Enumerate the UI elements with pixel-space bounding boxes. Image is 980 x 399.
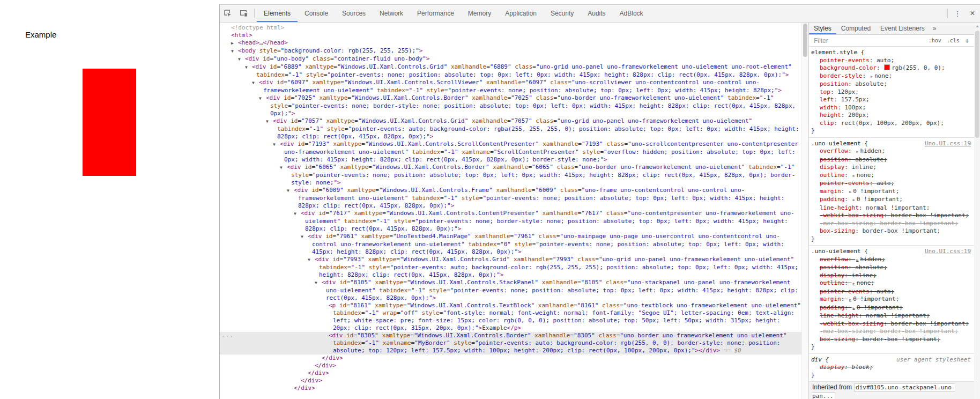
css-property-row[interactable]: box-sizing: border-box !important;	[811, 227, 971, 235]
tree-node[interactable]: </div>	[220, 385, 801, 392]
elements-scrollbar[interactable]	[801, 23, 808, 399]
expand-shorthand-icon[interactable]: ▶	[852, 282, 857, 286]
expand-arrow-icon[interactable]: ▼	[287, 187, 294, 195]
kebab-menu-icon[interactable]: ⋮	[950, 5, 965, 22]
sidebar-tab-computed[interactable]: Computed	[836, 23, 875, 34]
expand-arrow-icon[interactable]: ▼	[238, 56, 245, 63]
tree-node[interactable]: ...<div id="8305" xamltype="Windows.UI.X…	[220, 332, 801, 354]
css-property-row[interactable]: pointer-events: auto;	[811, 288, 971, 296]
expand-shorthand-icon[interactable]: ▶	[852, 174, 857, 178]
css-property-row[interactable]: clip: rect(0px, 100px, 200px, 0px);	[811, 120, 971, 128]
tree-node[interactable]: <html>	[220, 32, 801, 39]
stylesheet-link[interactable]: Uno.UI.css:19	[925, 248, 971, 256]
css-property-row[interactable]: line-height: normal !important;	[811, 312, 971, 320]
sidebar-tab-styles[interactable]: Styles	[809, 23, 836, 34]
css-property-row[interactable]: margin: ▶0 !important;	[811, 188, 971, 196]
css-property-row[interactable]: display: block;	[811, 364, 971, 372]
css-property-row[interactable]: -moz-box-sizing: border-box !important;	[811, 328, 971, 336]
css-property-row[interactable]: height: 200px;	[811, 112, 971, 120]
css-selector-row[interactable]: element.style {	[811, 49, 971, 57]
tree-node[interactable]: ▼<div id="7961" xamltype="UnoTestbed4.Ma…	[220, 233, 801, 256]
css-property-row[interactable]: pointer-events: auto;	[811, 57, 971, 65]
css-property-row[interactable]: position: absolute;	[811, 264, 971, 272]
tab-sources[interactable]: Sources	[335, 5, 373, 22]
css-property-row[interactable]: -webkit-box-sizing: border-box !importan…	[811, 212, 971, 220]
expand-arrow-icon[interactable]: ▼	[308, 256, 315, 264]
expand-arrow-icon[interactable]: ▼	[273, 141, 280, 149]
css-property-row[interactable]: margin: ▶0 !important;	[811, 295, 971, 304]
expand-arrow-icon[interactable]: ▼	[266, 118, 273, 125]
css-property-row[interactable]: position: absolute;	[811, 80, 971, 88]
tree-node[interactable]: ▼<div id="7193" xamltype="Windows.UI.Xam…	[220, 141, 801, 164]
tree-node[interactable]: ▼<div id="6889" xamltype="Windows.UI.Xam…	[220, 63, 801, 79]
selected-node-menu-icon[interactable]: ...	[221, 332, 234, 339]
expand-shorthand-icon[interactable]: ▶	[852, 198, 857, 202]
tab-network[interactable]: Network	[373, 5, 410, 22]
css-property-row[interactable]: position: absolute;	[811, 156, 971, 164]
new-style-rule-button[interactable]: +	[962, 36, 972, 45]
tree-node[interactable]: ▶<head>…</head>	[220, 39, 801, 47]
tree-node[interactable]: </div>	[220, 354, 801, 362]
tab-console[interactable]: Console	[298, 5, 335, 22]
tree-node[interactable]: <p id="8161" xamltype="Windows.UI.Xaml.C…	[220, 302, 801, 332]
tree-node[interactable]: <!doctype html>	[220, 24, 801, 32]
css-property-row[interactable]: overflow: ▶hidden;	[811, 256, 971, 264]
css-property-row[interactable]: box-sizing: border-box !important;	[811, 336, 971, 344]
expand-arrow-icon[interactable]: ▼	[231, 48, 238, 55]
css-property-row[interactable]: padding: ▶0 !important;	[811, 196, 971, 204]
tree-node[interactable]: ▼<div id="7993" xamltype="Windows.UI.Xam…	[220, 256, 801, 279]
expand-shorthand-icon[interactable]: ▶	[870, 75, 874, 79]
element-classes-button[interactable]: .cls	[944, 38, 962, 43]
expand-shorthand-icon[interactable]: ▶	[852, 306, 857, 311]
tab-performance[interactable]: Performance	[410, 5, 461, 22]
expand-arrow-icon[interactable]: ▼	[259, 95, 266, 102]
inspect-element-icon[interactable]	[220, 5, 236, 22]
expand-arrow-icon[interactable]: ▶	[231, 40, 238, 47]
styles-filter-input[interactable]	[813, 36, 926, 45]
elements-scrollbar-thumb[interactable]	[803, 24, 807, 57]
sidebar-scrollbar[interactable]: ▲	[974, 23, 980, 399]
tab-security[interactable]: Security	[544, 5, 581, 22]
expand-arrow-icon[interactable]: ▼	[280, 164, 287, 172]
css-property-row[interactable]: -moz-box-sizing: border-box !important;	[811, 220, 971, 228]
close-icon[interactable]: ×	[965, 5, 980, 22]
css-property-row[interactable]: padding: ▶0 !important;	[811, 304, 971, 313]
tree-node[interactable]: </div>	[220, 370, 801, 377]
tab-adblock[interactable]: AdBlock	[613, 5, 650, 22]
tree-node[interactable]: ▼<div id="6065" xamltype="Windows.UI.Xam…	[220, 164, 801, 187]
css-property-row[interactable]: -webkit-box-sizing: border-box !importan…	[811, 320, 971, 328]
expand-arrow-icon[interactable]: ▼	[315, 279, 322, 287]
toggle-element-state-button[interactable]: :hov	[926, 38, 944, 43]
expand-shorthand-icon[interactable]: ▶	[848, 190, 853, 194]
tab-application[interactable]: Application	[498, 5, 544, 22]
device-toolbar-icon[interactable]	[236, 5, 252, 22]
expand-shorthand-icon[interactable]: ▶	[848, 298, 853, 302]
css-selector-row[interactable]: Uno.UI.css:19.uno-uielement {	[811, 248, 971, 256]
css-property-row[interactable]: display: inline;	[811, 164, 971, 172]
css-property-row[interactable]: line-height: normal !important;	[811, 204, 971, 212]
css-selector-row[interactable]: user agent stylesheetdiv {	[811, 356, 971, 364]
tree-node[interactable]: ▼<div id="8105" xamltype="Windows.UI.Xam…	[220, 279, 801, 302]
scroll-up-arrow-icon[interactable]: ▲	[974, 23, 980, 29]
tree-node[interactable]: ▼<div id="7025" xamltype="Windows.UI.Xam…	[220, 94, 801, 117]
sidebar-scrollbar-thumb[interactable]	[975, 31, 979, 138]
css-property-row[interactable]: top: 120px;	[811, 88, 971, 97]
css-property-row[interactable]: border-style: ▶none;	[811, 72, 971, 81]
tree-node[interactable]: </div>	[220, 377, 801, 385]
css-property-row[interactable]: overflow: ▶hidden;	[811, 147, 971, 156]
stylesheet-link[interactable]: Uno.UI.css:19	[925, 140, 971, 148]
tree-node[interactable]: ▼<div id="7057" xamltype="Windows.UI.Xam…	[220, 117, 801, 141]
css-property-row[interactable]: outline: ▶none;	[811, 279, 971, 288]
css-property-row[interactable]: outline: ▶none;	[811, 172, 971, 180]
expand-arrow-icon[interactable]: ▼	[294, 210, 301, 218]
css-property-row[interactable]: pointer-events: auto;	[811, 180, 971, 188]
tree-node[interactable]: ▼<div id="uno-body" class="container-flu…	[220, 55, 801, 63]
tree-node[interactable]: ▼<div id="7617" xamltype="Windows.UI.Xam…	[220, 210, 801, 233]
css-property-row[interactable]: left: 157.5px;	[811, 96, 971, 104]
more-tabs-icon[interactable]: »	[930, 23, 940, 34]
color-swatch[interactable]	[884, 64, 890, 70]
css-property-row[interactable]: background-color: rgb(255, 0, 0);	[811, 64, 971, 72]
tree-node[interactable]: </div>	[220, 362, 801, 370]
tab-elements[interactable]: Elements	[257, 5, 298, 22]
css-selector-row[interactable]: Uno.UI.css:19.uno-uielement {	[811, 140, 971, 148]
